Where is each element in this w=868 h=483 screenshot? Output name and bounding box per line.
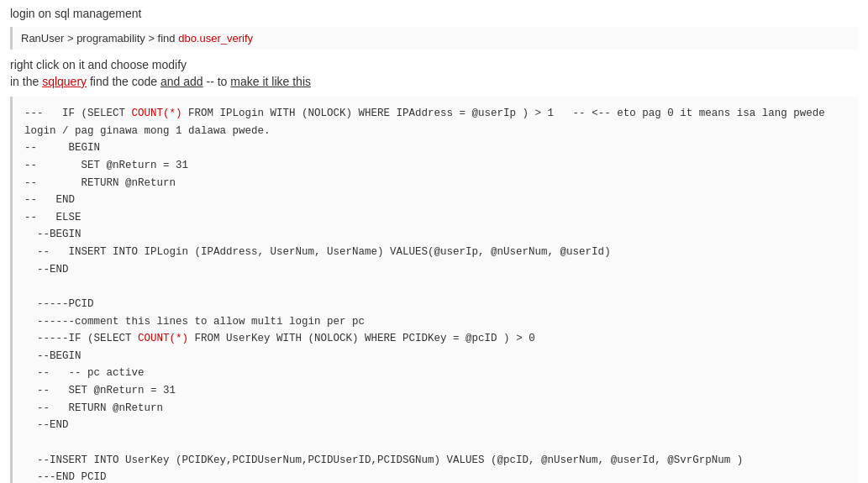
code-line-9: --END bbox=[24, 264, 69, 276]
code-line-11: ------comment this lines to allow multi … bbox=[24, 316, 365, 328]
page-title: login on sql management bbox=[10, 7, 858, 20]
code-line-18: --INSERT INTO UserKey (PCIDKey,PCIDUserN… bbox=[24, 454, 743, 466]
code-line-4: -- RETURN @nReturn bbox=[24, 177, 176, 189]
sqlquery-word: sqlquery bbox=[42, 75, 87, 88]
code-line-7: --BEGIN bbox=[24, 228, 82, 240]
code-line-13: --BEGIN bbox=[24, 350, 82, 362]
code-line-17: --END bbox=[24, 419, 69, 431]
code-line-16: -- RETURN @nReturn bbox=[24, 402, 163, 414]
code-line-15: -- SET @nReturn = 31 bbox=[24, 385, 176, 396]
instruction-line2: in the sqlquery find the code and add --… bbox=[10, 75, 858, 88]
code-line-12: -----IF (SELECT COUNT(*) FROM UserKey WI… bbox=[24, 333, 535, 344]
and-add-word: and add bbox=[160, 75, 203, 88]
code-line-2: -- BEGIN bbox=[24, 142, 100, 154]
breadcrumb-programability: programability bbox=[76, 32, 145, 45]
code-line-3: -- SET @nReturn = 31 bbox=[24, 160, 188, 171]
code-line-5: -- END bbox=[24, 194, 75, 206]
breadcrumb: RanUser > programability > find dbo.user… bbox=[10, 27, 858, 50]
title-text: login on sql management bbox=[10, 7, 141, 20]
code-line-14: -- -- pc active bbox=[24, 367, 145, 379]
breadcrumb-dboverify: dbo.user_verify bbox=[178, 32, 253, 45]
instruction-line1: right click on it and choose modify bbox=[10, 58, 858, 71]
code-block: --- IF (SELECT COUNT(*) FROM IPLogin WIT… bbox=[10, 97, 858, 483]
breadcrumb-ranuser: RanUser bbox=[21, 32, 64, 45]
make-it-like-this: make it like this bbox=[230, 75, 311, 88]
code-line-6: -- ELSE bbox=[24, 212, 82, 223]
code-line-10: -----PCID bbox=[24, 298, 94, 310]
code-line-19: ---END PCID bbox=[24, 471, 107, 483]
code-line-8: -- INSERT INTO IPLogin (IPAddress, UserN… bbox=[24, 246, 611, 258]
code-line-1: --- IF (SELECT COUNT(*) FROM IPLogin WIT… bbox=[24, 108, 831, 137]
